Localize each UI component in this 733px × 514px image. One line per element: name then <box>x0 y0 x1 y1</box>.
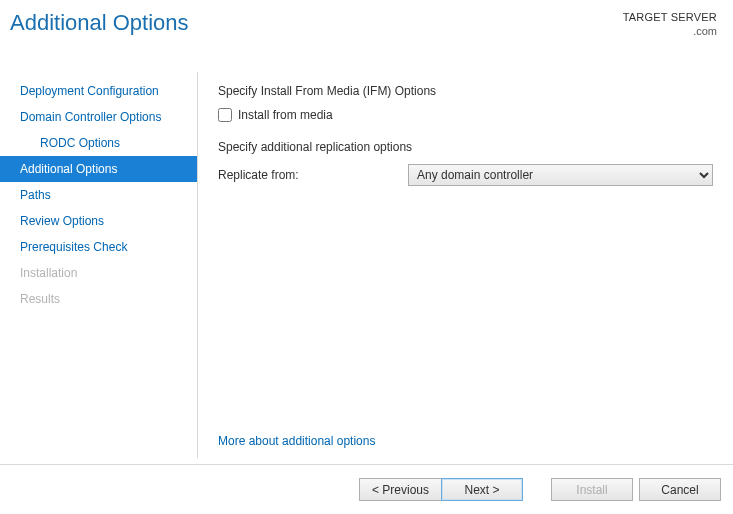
install-from-media-row[interactable]: Install from media <box>218 108 713 122</box>
replicate-from-select[interactable]: Any domain controller <box>408 164 713 186</box>
sidebar-item-deployment-configuration[interactable]: Deployment Configuration <box>0 78 197 104</box>
target-server-value: .com <box>623 24 717 38</box>
sidebar-item-prerequisites-check[interactable]: Prerequisites Check <box>0 234 197 260</box>
sidebar-item-additional-options[interactable]: Additional Options <box>0 156 197 182</box>
page-title: Additional Options <box>6 10 189 36</box>
sidebar-item-results: Results <box>0 286 197 312</box>
sidebar-item-domain-controller-options[interactable]: Domain Controller Options <box>0 104 197 130</box>
target-server-label: TARGET SERVER <box>623 10 717 24</box>
previous-button[interactable]: < Previous <box>359 478 441 501</box>
next-button[interactable]: Next > <box>441 478 523 501</box>
install-from-media-label: Install from media <box>238 108 333 122</box>
wizard-sidebar: Deployment ConfigurationDomain Controlle… <box>0 72 198 458</box>
replicate-from-label: Replicate from: <box>218 168 408 182</box>
wizard-content: Specify Install From Media (IFM) Options… <box>198 72 733 458</box>
sidebar-item-rodc-options[interactable]: RODC Options <box>0 130 197 156</box>
ifm-heading: Specify Install From Media (IFM) Options <box>218 84 713 98</box>
cancel-button[interactable]: Cancel <box>639 478 721 501</box>
sidebar-item-paths[interactable]: Paths <box>0 182 197 208</box>
sidebar-item-installation: Installation <box>0 260 197 286</box>
sidebar-item-review-options[interactable]: Review Options <box>0 208 197 234</box>
more-about-link[interactable]: More about additional options <box>218 434 375 448</box>
install-from-media-checkbox[interactable] <box>218 108 232 122</box>
target-server-block: TARGET SERVER .com <box>623 10 717 39</box>
wizard-footer: < Previous Next > Install Cancel <box>0 464 733 514</box>
replication-heading: Specify additional replication options <box>218 140 713 154</box>
install-button: Install <box>551 478 633 501</box>
